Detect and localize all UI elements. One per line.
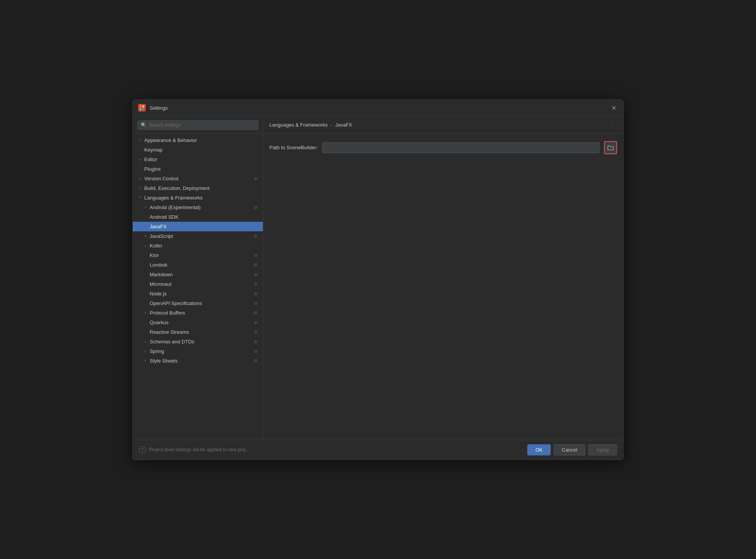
settings-dialog: Settings ✕ 🔍 ›Appearance & BehaviorKeyma… [132, 99, 624, 460]
sidebar-item-label: JavaFX [150, 224, 258, 229]
sidebar-item-build[interactable]: ›Build, Execution, Deployment [133, 183, 263, 193]
breadcrumb: Languages & Frameworks › JavaFX [269, 122, 352, 128]
sidebar-item-keymap[interactable]: Keymap [133, 145, 263, 155]
db-icon: ⊟ [253, 339, 258, 344]
sidebar-item-lombok[interactable]: Lombok⊟ [133, 260, 263, 270]
browse-button[interactable] [604, 141, 617, 154]
db-icon: ⊟ [253, 281, 258, 287]
sidebar: 🔍 ›Appearance & BehaviorKeymap›EditorPlu… [133, 117, 263, 440]
sidebar-item-label: Editor [144, 157, 258, 162]
ok-button[interactable]: OK [527, 444, 551, 455]
sidebar-item-openapi[interactable]: OpenAPI Specifications⊟ [133, 298, 263, 308]
chevron-placeholder [143, 300, 148, 306]
sidebar-item-reactive-streams[interactable]: Reactive Streams⊟ [133, 327, 263, 337]
db-icon: ⊟ [253, 176, 258, 181]
sidebar-item-label: Markdown [150, 272, 253, 277]
chevron-placeholder [143, 272, 148, 277]
db-icon: ⊟ [253, 262, 258, 267]
chevron-placeholder [137, 147, 143, 152]
chevron-icon: › [137, 157, 143, 162]
db-icon: ⊟ [253, 358, 258, 363]
chevron-icon: › [143, 243, 148, 248]
svg-rect-1 [142, 106, 144, 107]
sidebar-item-micronaut[interactable]: Micronaut⊟ [133, 279, 263, 289]
cancel-button[interactable]: Cancel [554, 444, 585, 455]
sidebar-item-label: JavaScript [150, 233, 253, 239]
path-input[interactable] [322, 142, 599, 153]
sidebar-item-label: Style Sheets [150, 358, 253, 364]
chevron-placeholder [143, 320, 148, 325]
close-button[interactable]: ✕ [609, 104, 618, 112]
sidebar-item-spring[interactable]: ›Spring⊟ [133, 346, 263, 356]
footer-buttons: OK Cancel Apply [527, 444, 617, 455]
sidebar-item-schemas[interactable]: ›Schemas and DTDs⊟ [133, 337, 263, 346]
breadcrumb-parent: Languages & Frameworks [269, 122, 328, 128]
chevron-placeholder [137, 166, 143, 171]
sidebar-item-languages[interactable]: ˅Languages & Frameworks [133, 193, 263, 203]
sidebar-item-markdown[interactable]: Markdown⊟ [133, 270, 263, 279]
sidebar-item-version-control[interactable]: ›Version Control⊟ [133, 174, 263, 183]
sidebar-item-kotlin[interactable]: ›Kotlin [133, 241, 263, 251]
sidebar-item-protocol-buffers[interactable]: ›Protocol Buffers⊟ [133, 308, 263, 318]
db-icon: ⊟ [253, 233, 258, 239]
breadcrumb-separator: › [331, 122, 332, 127]
chevron-icon: › [143, 204, 148, 210]
sidebar-item-label: Protocol Buffers [150, 310, 253, 316]
sidebar-item-javafx[interactable]: JavaFX [133, 222, 263, 231]
sidebar-item-label: Ktor [150, 252, 253, 258]
nav-list: ›Appearance & BehaviorKeymap›EditorPlugi… [133, 134, 263, 440]
chevron-placeholder [143, 224, 148, 229]
db-icon: ⊟ [253, 348, 258, 354]
sidebar-item-javascript[interactable]: ›JavaScript⊟ [133, 231, 263, 241]
sidebar-item-label: Kotlin [150, 243, 258, 249]
sidebar-item-quarkus[interactable]: Quarkus⊟ [133, 318, 263, 327]
chevron-icon: › [143, 310, 148, 315]
sidebar-item-label: Micronaut [150, 281, 253, 287]
chevron-icon: › [137, 185, 143, 191]
back-button[interactable]: ← [596, 120, 606, 130]
sidebar-item-ktor[interactable]: Ktor⊟ [133, 251, 263, 260]
sidebar-item-nodejs[interactable]: Node.js⊟ [133, 289, 263, 298]
search-box: 🔍 [133, 117, 263, 134]
sidebar-item-label: Spring [150, 348, 253, 354]
svg-rect-2 [140, 108, 142, 110]
sidebar-item-appearance[interactable]: ›Appearance & Behavior [133, 135, 263, 145]
footer: ? Project-level settings will be applied… [133, 440, 623, 460]
sidebar-item-label: Appearance & Behavior [144, 137, 258, 143]
right-panel: Languages & Frameworks › JavaFX ← → Path… [263, 117, 623, 440]
sidebar-item-android-sdk[interactable]: Android SDK [133, 212, 263, 222]
sidebar-item-plugins[interactable]: Plugins [133, 164, 263, 174]
apply-button[interactable]: Apply [588, 444, 617, 455]
dialog-title: Settings [150, 105, 609, 111]
chevron-icon: ˅ [137, 195, 143, 200]
sidebar-item-android-exp[interactable]: ›Android (Experimental)⊟ [133, 203, 263, 212]
panel-header: Languages & Frameworks › JavaFX ← → [263, 117, 623, 134]
footer-hint: ? Project-level settings will be applied… [139, 446, 249, 453]
search-icon: 🔍 [141, 122, 147, 128]
sidebar-item-label: Reactive Streams [150, 329, 253, 335]
breadcrumb-current: JavaFX [335, 122, 352, 128]
chevron-icon: › [137, 176, 143, 181]
forward-button[interactable]: → [607, 120, 617, 130]
db-icon: ⊟ [253, 310, 258, 315]
search-input[interactable] [149, 122, 255, 128]
sidebar-item-editor[interactable]: ›Editor [133, 155, 263, 164]
db-icon: ⊟ [253, 272, 258, 277]
sidebar-item-label: Schemas and DTDs [150, 339, 253, 345]
chevron-icon: › [143, 358, 148, 363]
chevron-placeholder [143, 281, 148, 287]
hint-icon[interactable]: ? [139, 446, 146, 453]
db-icon: ⊟ [253, 329, 258, 335]
db-icon: ⊟ [253, 252, 258, 258]
panel-body: Path to SceneBuilder: [263, 134, 623, 440]
sidebar-item-label: Quarkus [150, 320, 253, 325]
sidebar-item-style-sheets[interactable]: ›Style Sheets⊟ [133, 356, 263, 366]
search-input-wrap[interactable]: 🔍 [137, 120, 258, 130]
chevron-icon: › [143, 233, 148, 239]
chevron-placeholder [143, 252, 148, 258]
chevron-placeholder [143, 329, 148, 335]
sidebar-item-label: Version Control [144, 176, 253, 181]
sidebar-item-label: Android SDK [150, 214, 258, 220]
sidebar-item-label: Build, Execution, Deployment [144, 185, 258, 191]
chevron-placeholder [143, 262, 148, 267]
